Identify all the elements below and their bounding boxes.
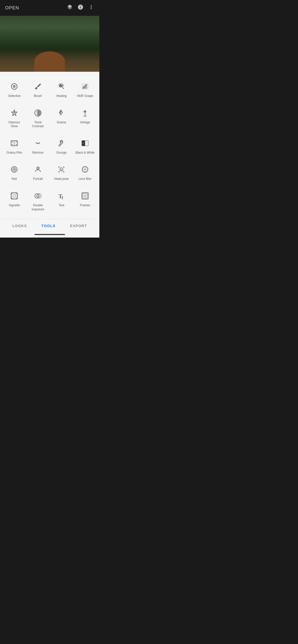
tool-grunge[interactable]: Grunge [50, 134, 73, 160]
svg-point-44 [83, 168, 84, 169]
headpose-label: Head pose [54, 177, 69, 181]
info-icon[interactable] [77, 4, 84, 12]
noir-label: Noir [11, 177, 17, 181]
headpose-icon [56, 164, 67, 175]
svg-point-29 [14, 169, 15, 170]
glamour-icon [9, 107, 20, 119]
svg-point-35 [37, 168, 38, 169]
portrait-icon [32, 164, 44, 175]
double-label: Double exposure [28, 203, 48, 211]
tool-selective[interactable]: Selective [3, 77, 26, 103]
tools-grid: Selective Brush Healing [3, 77, 97, 216]
svg-rect-19 [13, 143, 16, 144]
tool-black-white[interactable]: Black & White [73, 134, 97, 160]
retrolux-label: Retrolux [32, 151, 44, 155]
tool-frames[interactable]: Frames [73, 186, 97, 216]
svg-rect-16 [12, 144, 13, 145]
svg-point-47 [86, 171, 87, 171]
home-indicator [0, 231, 99, 238]
healing-label: Healing [56, 94, 67, 98]
drama-icon [56, 107, 67, 119]
more-icon[interactable] [88, 4, 94, 12]
bw-label: Black & White [75, 151, 94, 155]
top-bar: OPEN [0, 0, 99, 16]
svg-rect-15 [16, 141, 17, 142]
tool-head-pose[interactable]: Head pose [50, 160, 73, 186]
image-preview [0, 16, 99, 72]
retrolux-icon [32, 138, 44, 149]
tool-grainy-film[interactable]: Grainy Film [3, 134, 26, 160]
svg-point-31 [16, 167, 17, 168]
tool-lens-blur[interactable]: Lens Blur [73, 160, 97, 186]
nav-export[interactable]: EXPORT [65, 223, 92, 229]
tool-retrolux[interactable]: Retrolux [26, 134, 50, 160]
tool-healing[interactable]: Healing [50, 77, 73, 103]
svg-point-45 [86, 168, 87, 169]
lensblur-label: Lens Blur [78, 177, 91, 181]
tool-noir[interactable]: Noir [3, 160, 26, 186]
svg-point-33 [16, 171, 17, 172]
bw-icon [79, 138, 91, 149]
lensblur-icon [79, 164, 91, 175]
nav-looks[interactable]: LOOKS [7, 223, 32, 229]
drama-label: Drama [57, 121, 66, 125]
tool-vignette[interactable]: Vignette [3, 186, 26, 216]
home-bar [34, 234, 65, 235]
tool-portrait[interactable]: Portrait [26, 160, 50, 186]
frames-icon [79, 190, 91, 201]
frames-label: Frames [80, 203, 90, 208]
glamour-label: Glamour Glow [5, 121, 24, 128]
brush-label: Brush [34, 94, 42, 98]
selective-icon [9, 81, 20, 92]
bottom-nav: LOOKS TOOLS EXPORT [0, 219, 99, 231]
vintage-icon [79, 107, 91, 119]
svg-point-42 [83, 169, 83, 170]
tool-glamour-glow[interactable]: Glamour Glow [3, 103, 26, 134]
tools-panel: Selective Brush Healing [0, 72, 99, 219]
tool-hdr-scape[interactable]: HDR Scape [73, 77, 97, 103]
tool-text[interactable]: T T Text [50, 186, 73, 216]
nav-tools[interactable]: TOOLS [36, 223, 61, 229]
text-icon: T T [56, 190, 67, 201]
selective-label: Selective [8, 94, 21, 98]
svg-rect-14 [14, 141, 15, 142]
vintage-label: Vintage [80, 121, 90, 125]
text-label: Text [59, 203, 64, 208]
svg-rect-58 [84, 195, 86, 197]
tonal-label: Tonal Contrast [28, 121, 48, 128]
tool-vintage[interactable]: Vintage [73, 103, 97, 134]
hdr-label: HDR Scape [77, 94, 93, 98]
svg-rect-50 [11, 193, 18, 199]
svg-rect-17 [14, 144, 15, 145]
grainy-label: Grainy Film [7, 151, 22, 155]
double-icon [32, 190, 44, 201]
tool-tonal-contrast[interactable]: Tonal Contrast [26, 103, 50, 134]
noir-icon [9, 164, 20, 175]
layers-icon[interactable] [67, 4, 73, 12]
grainy-icon [9, 138, 20, 149]
svg-point-2 [14, 86, 15, 87]
portrait-label: Portrait [33, 177, 43, 181]
open-button[interactable]: OPEN [5, 5, 19, 11]
svg-point-38 [62, 169, 62, 169]
svg-point-20 [61, 141, 62, 142]
svg-rect-18 [16, 144, 17, 145]
svg-point-37 [61, 169, 61, 169]
tool-double-exposure[interactable]: Double exposure [26, 186, 50, 216]
healing-icon [56, 81, 67, 92]
svg-point-46 [83, 171, 84, 171]
svg-rect-13 [12, 141, 13, 142]
top-bar-right [67, 4, 94, 12]
svg-text:T: T [61, 196, 64, 200]
svg-point-43 [87, 169, 88, 170]
vignette-label: Vignette [9, 203, 20, 208]
svg-rect-10 [85, 112, 86, 115]
hdr-icon [79, 81, 91, 92]
svg-point-41 [85, 171, 86, 172]
svg-point-36 [60, 168, 63, 171]
grunge-icon [56, 138, 67, 149]
tool-drama[interactable]: Drama [50, 103, 73, 134]
tool-brush[interactable]: Brush [26, 77, 50, 103]
grunge-label: Grunge [56, 151, 66, 155]
svg-point-48 [84, 169, 86, 170]
